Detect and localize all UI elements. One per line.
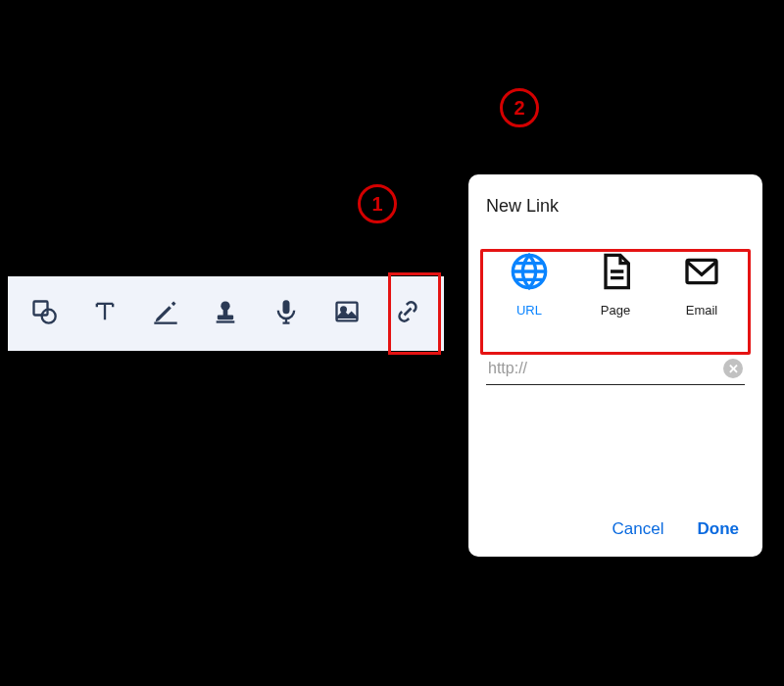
dialog-title: New Link (486, 196, 745, 217)
pen-button[interactable] (142, 290, 189, 337)
link-type-label: Page (601, 303, 630, 318)
dialog-actions: Cancel Done (486, 519, 745, 543)
email-icon (682, 252, 721, 295)
image-button[interactable] (323, 290, 370, 337)
link-type-page[interactable]: Page (596, 252, 635, 318)
image-icon (333, 298, 361, 329)
step-number: 1 (371, 193, 382, 216)
svg-rect-6 (283, 300, 290, 314)
page-icon (596, 252, 635, 295)
mic-button[interactable] (263, 290, 310, 337)
pen-icon (152, 298, 179, 329)
link-button[interactable] (384, 290, 431, 337)
globe-icon (510, 252, 549, 295)
stamp-icon (212, 298, 239, 329)
link-type-label: Email (686, 303, 718, 318)
close-icon: ✕ (728, 362, 739, 376)
mic-icon (272, 298, 300, 329)
url-input-row: ✕ (486, 359, 745, 385)
clear-input-button[interactable]: ✕ (723, 359, 743, 378)
step-badge-2: 2 (500, 88, 539, 127)
link-type-group: URL Page Email (486, 242, 745, 329)
text-icon (91, 298, 119, 329)
url-input[interactable] (488, 360, 723, 377)
new-link-dialog: New Link URL Page (468, 174, 762, 557)
text-button[interactable] (81, 290, 128, 337)
link-type-label: URL (516, 303, 542, 318)
svg-rect-4 (218, 316, 233, 320)
link-icon (394, 298, 421, 329)
svg-rect-0 (33, 302, 47, 316)
shape-button[interactable] (21, 290, 68, 337)
link-type-url[interactable]: URL (510, 252, 549, 318)
step-number: 2 (514, 97, 524, 120)
svg-point-2 (221, 302, 230, 311)
stamp-button[interactable] (202, 290, 249, 337)
annotation-toolbar (8, 276, 444, 351)
step-badge-1: 1 (358, 184, 397, 223)
shape-icon (30, 298, 58, 329)
svg-rect-5 (217, 320, 235, 322)
done-button[interactable]: Done (698, 519, 740, 539)
cancel-button[interactable]: Cancel (612, 519, 664, 539)
link-type-email[interactable]: Email (682, 252, 721, 318)
